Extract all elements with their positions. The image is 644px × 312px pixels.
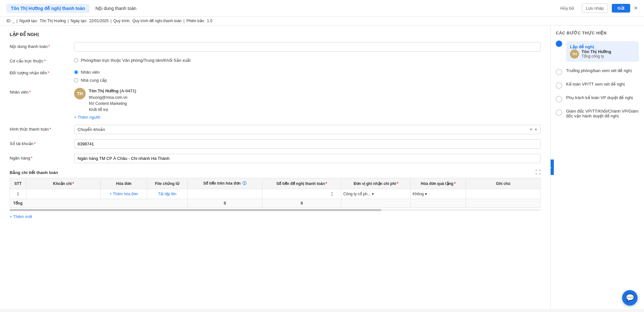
ngan-hang-row: Ngân hàng*	[10, 154, 541, 163]
cell-hoa-don-qua-tang[interactable]: Không ▾	[411, 189, 466, 199]
doi-tuong-row: Đối tượng nhận tiền* Nhân viên Nhà cung …	[10, 69, 541, 83]
co-cau-option[interactable]: Phòng/ban trực thuộc Văn phòng/Trung tâm…	[74, 58, 541, 63]
nhan-vien-control: TH Tôn Thị Hường (A-0471) tthuong@misa.c…	[74, 88, 541, 120]
step-1-user-info: Tôn Thị Hường Tổng công ty	[582, 49, 611, 59]
clear-icon[interactable]: ✕	[529, 127, 533, 132]
step-1-user: TH Tôn Thị Hường Tổng công ty	[570, 49, 635, 59]
step-1-label: Lập đề nghị	[570, 44, 635, 49]
col-so-tien-de-nghi: Số tiền đề nghị thanh toán*	[262, 178, 341, 189]
don-vi-chevron[interactable]: ▾	[372, 192, 374, 196]
don-vi-select[interactable]: Công ty cổ ph... ▾	[343, 192, 408, 196]
nguoi-tao-value: Tôn Thị Hường	[40, 19, 66, 23]
tab-lap-de-nghi[interactable]: Tôn Thị Hường đề nghị thanh toán	[6, 4, 90, 13]
co-cau-label: Cơ cấu trực thuộc*	[10, 57, 74, 63]
noi-dung-input[interactable]	[74, 42, 541, 51]
ngay-tao-label: Ngày tạo:	[71, 19, 87, 23]
khoan-chi-input[interactable]	[28, 192, 99, 196]
tong-so-tien-hoa-don: 0	[188, 199, 262, 208]
ngan-hang-control	[74, 154, 541, 163]
cancel-button[interactable]: Hủy bỏ	[556, 4, 578, 13]
step-1-user-name: Tôn Thị Hường	[582, 49, 611, 54]
quy-trinh-label: Quy trình:	[113, 19, 130, 23]
avatar: TH	[74, 88, 86, 99]
table-section: Bảng chi tiết thanh toán ⛶ STT Khoản chi…	[10, 170, 541, 219]
chevron-down-icon[interactable]: ▾	[535, 127, 537, 132]
step-1-circle	[556, 41, 562, 47]
doi-tuong-label: Đối tượng nhận tiền*	[10, 69, 74, 75]
co-cau-radio[interactable]	[74, 58, 78, 62]
step-2: Trưởng phòng/ban xem xét đề nghị	[556, 68, 639, 75]
spinner-up[interactable]: ▲	[331, 191, 333, 194]
cell-hoa-don[interactable]: + Thêm hóa đơn	[101, 189, 147, 199]
cell-khoan-chi[interactable]	[26, 189, 101, 199]
co-cau-control: Phòng/ban trực thuộc Văn phòng/Trung tâm…	[74, 57, 541, 63]
expand-icon[interactable]: ⛶	[535, 170, 541, 175]
step-5-content: Giám đốc VP/TT/Khối/Chánh VP/Giám đốc vậ…	[566, 109, 639, 118]
them-hoa-don-button[interactable]: + Thêm hóa đơn	[110, 192, 138, 196]
doi-tuong-nha-cung-cap[interactable]: Nhà cung cấp	[74, 78, 541, 83]
nha-cung-cap-radio[interactable]	[74, 78, 78, 82]
cell-file[interactable]: Tải tệp lên	[147, 189, 187, 199]
cell-so-tien-de-nghi[interactable]: ▲ ▼	[262, 189, 341, 199]
step-5: Giám đốc VP/TT/Khối/Chánh VP/Giám đốc vậ…	[556, 109, 639, 118]
hinh-thuc-select[interactable]: Chuyển khoản ✕ ▾	[74, 125, 541, 134]
step-1-card: Lập đề nghị TH Tôn Thị Hường Tổng công t…	[566, 41, 639, 62]
tai-tep-len-button[interactable]: Tải tệp lên	[158, 192, 176, 196]
qua-tang-chevron[interactable]: ▾	[425, 192, 427, 196]
table-scroll[interactable]: STT Khoản chi* Hóa đơn File chứng từ Số …	[10, 178, 541, 208]
tong-so-tien-de-nghi: 0	[262, 199, 341, 208]
cell-so-tien-hoa-don[interactable]	[188, 189, 262, 199]
col-so-tien-hoa-don: Số tiền trên hóa đơn ⓘ	[188, 178, 262, 189]
step-2-content: Trưởng phòng/ban xem xét đề nghị	[566, 68, 639, 73]
step-3: Kế toán VP/TT xem xét đề nghị	[556, 82, 639, 89]
phien-ban-label: Phiên bản:	[186, 19, 205, 23]
scroll-track	[10, 209, 541, 211]
col-don-vi: Đơn vị ghi nhận chi phí*	[341, 178, 411, 189]
tab-noi-dung-thanh-toan[interactable]: Nội dung thanh toán	[91, 4, 141, 13]
id-label: ID: _	[6, 19, 14, 23]
col-hoa-don: Hóa đơn	[101, 178, 147, 189]
detail-table: STT Khoản chi* Hóa đơn File chứng từ Số …	[10, 178, 541, 208]
qua-tang-select[interactable]: Không ▾	[412, 192, 464, 196]
spinner-down[interactable]: ▼	[331, 194, 333, 197]
nhan-vien-radio[interactable]	[74, 70, 78, 74]
quy-trinh-value: Quy trình đề nghị thanh toán	[132, 19, 182, 23]
so-tk-input[interactable]	[74, 139, 541, 149]
step-5-label: Giám đốc VP/TT/Khối/Chánh VP/Giám đốc vậ…	[566, 109, 639, 118]
employee-email: tthuong@misa.com.vn	[89, 95, 136, 101]
sub-header: ID: _ | Người tạo: Tôn Thị Hường | Ngày …	[0, 17, 644, 25]
save-draft-button[interactable]: Lưu nháp	[582, 4, 608, 13]
so-tk-label: Số tài khoản*	[10, 139, 74, 146]
doi-tuong-nhan-vien[interactable]: Nhân viên	[74, 70, 541, 75]
chat-fab[interactable]: 💬	[622, 290, 638, 306]
ngan-hang-input[interactable]	[74, 154, 541, 163]
sidebar-toggle[interactable]: ❯	[551, 160, 554, 175]
col-file-chung-tu: File chứng từ	[147, 178, 187, 189]
col-khoan-chi: Khoản chi*	[26, 178, 101, 189]
cell-ghi-chu[interactable]	[466, 189, 541, 199]
hinh-thuc-row: Hình thức thanh toán* Chuyển khoản ✕ ▾	[10, 125, 541, 134]
spinner-arrows[interactable]: ▲ ▼	[331, 191, 333, 197]
so-tien-hoa-don-input[interactable]	[190, 192, 260, 196]
employee-info: Tôn Thị Hường (A-0471) tthuong@misa.com.…	[89, 88, 136, 113]
ghi-chu-input[interactable]	[468, 192, 538, 196]
step-2-circle	[556, 69, 562, 75]
cell-don-vi[interactable]: Công ty cổ ph... ▾	[341, 189, 411, 199]
so-tk-row: Số tài khoản*	[10, 139, 541, 149]
co-cau-row: Cơ cấu trực thuộc* Phòng/ban trực thuộc …	[10, 57, 541, 63]
step-5-circle	[556, 109, 562, 116]
so-tien-de-nghi-input[interactable]	[270, 192, 330, 196]
step-4-content: Phụ trách kế toán VP duyệt đề nghị	[566, 95, 639, 100]
noi-dung-label: Nội dung thanh toán*	[10, 42, 74, 49]
step-3-label: Kế toán VP/TT xem xét đề nghị	[566, 82, 639, 87]
step-1: Lập đề nghị TH Tôn Thị Hường Tổng công t…	[556, 40, 639, 62]
nguoi-tao-label: Người tạo:	[19, 19, 38, 23]
send-button[interactable]: Gửi	[612, 4, 630, 13]
step-1-avatar: TH	[570, 50, 579, 59]
close-button[interactable]: ×	[634, 5, 638, 12]
table-row: 1 + Thêm hóa đơn Tải tệp lên	[10, 189, 541, 199]
ngan-hang-label: Ngân hàng*	[10, 154, 74, 161]
them-moi-button[interactable]: + Thêm mới	[10, 214, 32, 219]
them-nguoi-button[interactable]: + Thêm người	[74, 115, 100, 120]
step-1-content: Lập đề nghị TH Tôn Thị Hường Tổng công t…	[566, 40, 639, 62]
